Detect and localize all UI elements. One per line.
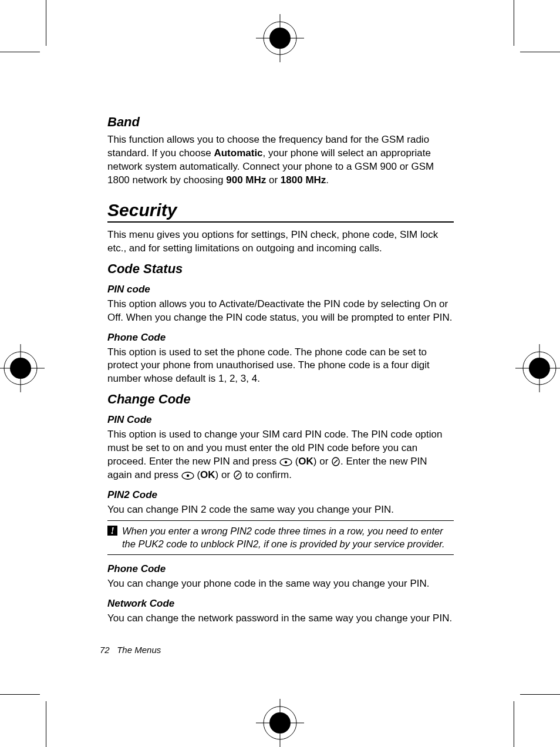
footer-label: The Menus (117, 645, 161, 655)
note-text: When you enter a wrong PIN2 code three t… (122, 524, 454, 551)
heading-band: Band (107, 115, 454, 130)
pin-code-paragraph: This option allows you to Activate/Deact… (107, 298, 454, 325)
change-phone-code-paragraph: You can change your phone code in the sa… (107, 577, 454, 591)
registration-mark-icon (256, 699, 304, 747)
page-footer: 72 The Menus (100, 645, 161, 655)
crop-mark (520, 52, 560, 52)
svg-point-7 (269, 712, 291, 733)
page-number: 72 (100, 645, 110, 655)
heading-change-code: Change Code (107, 392, 454, 407)
svg-line-19 (334, 460, 338, 463)
network-code-paragraph: You can change the network password in t… (107, 612, 454, 625)
crop-mark (0, 694, 40, 695)
band-paragraph: This function allows you to choose the f… (107, 133, 454, 187)
security-intro: This menu gives you options for settings… (107, 228, 454, 255)
svg-point-21 (187, 475, 189, 477)
phone-code-paragraph: This option is used to set the phone cod… (107, 346, 454, 386)
crop-mark (46, 701, 46, 747)
text: . (326, 174, 329, 186)
change-pin-paragraph: This option is used to change your SIM c… (107, 428, 454, 482)
heading-phone-code: Phone Code (107, 332, 454, 344)
text: ) or (215, 469, 233, 480)
registration-mark-icon (0, 344, 45, 392)
page-content: Band This function allows you to choose … (107, 115, 454, 631)
round-button-icon (331, 455, 340, 469)
crop-mark (514, 0, 514, 46)
text: or (266, 174, 281, 186)
heading-network-code: Network Code (107, 598, 454, 610)
text: to confirm. (242, 469, 292, 480)
svg-point-15 (529, 358, 550, 379)
crop-mark (520, 694, 560, 695)
registration-mark-icon (515, 344, 560, 392)
bold-text: 900 MHz (226, 174, 266, 186)
oval-button-icon (181, 469, 194, 482)
heading-security: Security (107, 200, 454, 223)
heading-pin-code: PIN code (107, 284, 454, 295)
bold-text: 1800 MHz (281, 174, 326, 186)
crop-mark (46, 0, 46, 46)
text: ( (292, 456, 298, 467)
svg-point-11 (10, 358, 31, 379)
heading-phone-code-2: Phone Code (107, 563, 454, 575)
crop-mark (0, 52, 40, 52)
round-button-icon (233, 469, 242, 482)
bold-text: OK (200, 469, 215, 480)
bold-text: Automatic (214, 147, 262, 159)
text: ( (194, 469, 200, 480)
svg-point-17 (285, 461, 287, 463)
pin2-paragraph: You can change PIN 2 code the same way y… (107, 503, 454, 517)
oval-button-icon (279, 455, 292, 469)
exclaim-icon: ! (107, 526, 117, 536)
svg-line-23 (236, 473, 239, 477)
crop-mark (514, 701, 514, 747)
text: ) or (313, 456, 331, 467)
bold-text: OK (298, 456, 313, 467)
heading-code-status: Code Status (107, 261, 454, 277)
note-box: ! When you enter a wrong PIN2 code three… (107, 520, 454, 555)
registration-mark-icon (256, 14, 304, 62)
heading-pin2-code: PIN2 Code (107, 489, 454, 501)
svg-point-3 (269, 28, 291, 49)
heading-pin-code-2: PIN Code (107, 414, 454, 426)
